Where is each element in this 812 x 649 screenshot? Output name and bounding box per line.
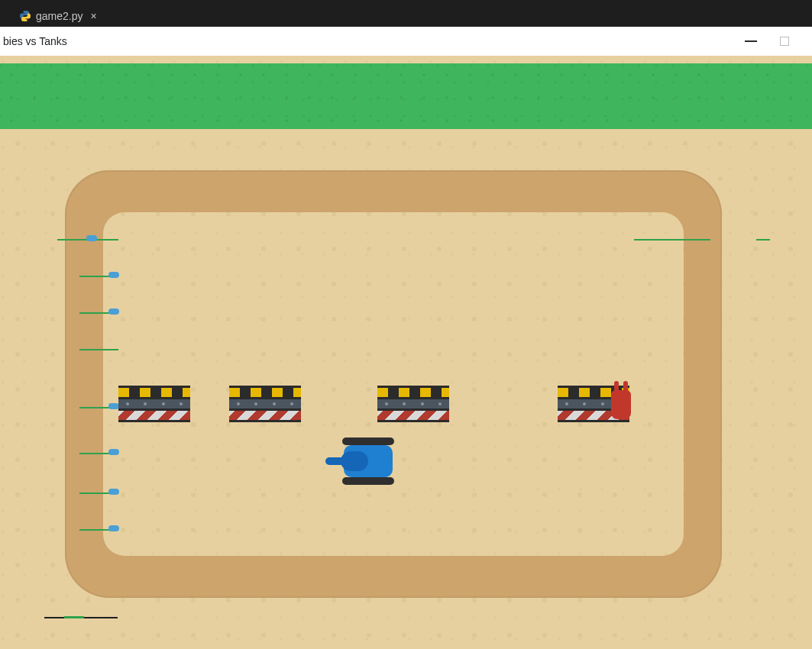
spawn-slot bbox=[79, 349, 118, 350]
python-icon bbox=[19, 10, 31, 22]
window-controls bbox=[745, 27, 812, 56]
tank-track bbox=[342, 477, 394, 485]
barrier-stripe-yellow bbox=[377, 386, 449, 399]
barrier-frame bbox=[377, 399, 449, 408]
barrier-stripe-yellow bbox=[118, 386, 190, 399]
game-surface[interactable] bbox=[0, 56, 812, 649]
maximize-button[interactable] bbox=[780, 37, 789, 46]
terrain-grass bbox=[0, 63, 812, 129]
editor-tab-active[interactable]: game2.py × bbox=[11, 5, 108, 27]
spawn-slot bbox=[756, 239, 770, 241]
barrier-stripe-red bbox=[118, 408, 190, 422]
barrier-stripe-yellow bbox=[229, 386, 301, 399]
spawn-slot-marker bbox=[108, 272, 119, 278]
barrier-frame bbox=[229, 399, 301, 408]
editor-tabbar: game2.py × bbox=[0, 0, 812, 27]
tank-track bbox=[342, 438, 394, 445]
tank-barrel bbox=[325, 457, 345, 465]
spawn-slot-marker bbox=[108, 525, 119, 531]
close-icon[interactable]: × bbox=[87, 10, 99, 22]
spawn-slot-marker bbox=[108, 449, 119, 455]
window-title: bies vs Tanks bbox=[3, 35, 67, 47]
spawn-slot-marker bbox=[86, 235, 97, 241]
editor-tab-filename: game2.py bbox=[36, 10, 82, 22]
spawn-slot-marker bbox=[108, 489, 119, 495]
spawn-slot-marker bbox=[108, 403, 119, 409]
hud-progress-segment bbox=[64, 616, 84, 618]
barrier bbox=[118, 386, 190, 422]
hud-progress-line bbox=[44, 617, 118, 618]
spawn-slot-marker bbox=[108, 308, 119, 315]
game-window: bies vs Tanks bbox=[0, 27, 812, 649]
track-inner bbox=[103, 212, 684, 556]
barrier bbox=[229, 386, 301, 422]
barrier bbox=[377, 386, 449, 422]
barrier-stripe-red bbox=[377, 408, 449, 422]
enemy bbox=[611, 390, 631, 419]
window-titlebar[interactable]: bies vs Tanks bbox=[0, 27, 812, 56]
spawn-slot bbox=[634, 239, 710, 241]
barrier-stripe-red bbox=[229, 408, 301, 422]
minimize-button[interactable] bbox=[745, 40, 757, 42]
player-tank[interactable] bbox=[338, 438, 399, 485]
barrier-frame bbox=[118, 399, 190, 408]
